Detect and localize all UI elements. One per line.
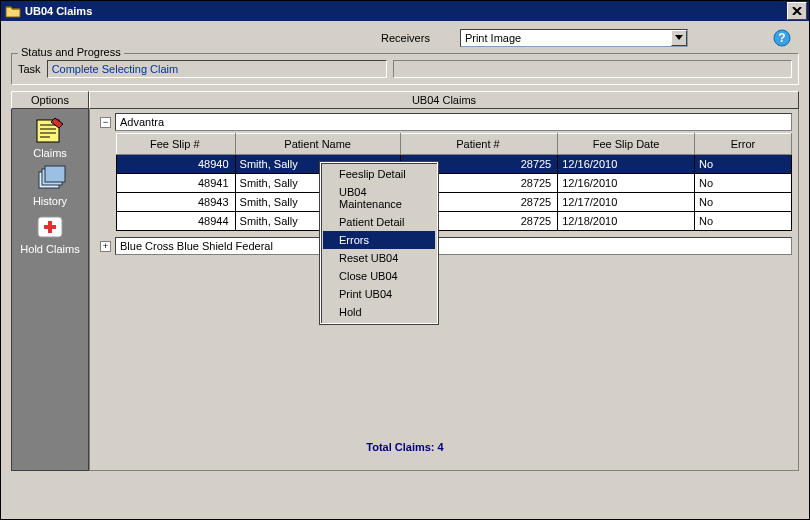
col-error[interactable]: Error — [694, 134, 791, 155]
options-item-claims[interactable]: Claims — [32, 115, 68, 159]
col-fee-date[interactable]: Fee Slip Date — [558, 134, 695, 155]
options-panel: Claims History Hold Claims — [11, 109, 89, 471]
col-patient-num[interactable]: Patient # — [400, 134, 557, 155]
menu-item-ub04-maintenance[interactable]: UB04 Maintenance — [323, 183, 435, 213]
claims-icon — [32, 115, 68, 147]
options-header: Options — [11, 91, 89, 109]
receivers-combo[interactable]: Print Image — [460, 29, 688, 47]
claims-grid-body: − Advantra Fee Slip # Patient Name Patie… — [89, 109, 799, 471]
table-row[interactable]: 48943 Smith, Sally 28725 12/17/2010 No — [117, 193, 792, 212]
menu-item-reset-ub04[interactable]: Reset UB04 — [323, 249, 435, 267]
tree-expander-advantra[interactable]: − — [100, 117, 111, 128]
menu-item-feeslip-detail[interactable]: Feeslip Detail — [323, 165, 435, 183]
task-secondary-field — [393, 60, 792, 78]
table-row[interactable]: 48944 Smith, Sally 28725 12/18/2010 No — [117, 212, 792, 231]
history-icon — [32, 163, 68, 195]
context-menu: Feeslip Detail UB04 Maintenance Patient … — [320, 162, 438, 324]
title-bar: UB04 Claims — [1, 1, 809, 21]
task-value-field: Complete Selecting Claim — [47, 60, 387, 78]
menu-item-patient-detail[interactable]: Patient Detail — [323, 213, 435, 231]
menu-item-errors[interactable]: Errors — [323, 231, 435, 249]
col-patient-name[interactable]: Patient Name — [235, 134, 400, 155]
options-item-label: Hold Claims — [20, 243, 79, 255]
status-progress-group: Status and Progress Task Complete Select… — [11, 53, 799, 85]
help-icon[interactable]: ? — [773, 29, 791, 47]
table-header-row: Fee Slip # Patient Name Patient # Fee Sl… — [117, 134, 792, 155]
menu-item-print-ub04[interactable]: Print UB04 — [323, 285, 435, 303]
hold-claims-icon — [32, 211, 68, 243]
chevron-down-icon[interactable] — [671, 30, 687, 46]
status-legend: Status and Progress — [18, 46, 124, 58]
receivers-value: Print Image — [465, 32, 521, 44]
tree-group-advantra[interactable]: Advantra — [115, 113, 792, 131]
table-row[interactable]: 48941 Smith, Sally 28725 12/16/2010 No — [117, 174, 792, 193]
claims-table: Fee Slip # Patient Name Patient # Fee Sl… — [116, 133, 792, 231]
menu-item-hold[interactable]: Hold — [323, 303, 435, 321]
table-row[interactable]: 48940 Smith, Sally 28725 12/16/2010 No — [117, 155, 792, 174]
options-item-label: History — [33, 195, 67, 207]
footer-total: Total Claims: 4 — [1, 441, 809, 453]
window-title: UB04 Claims — [25, 5, 787, 17]
menu-item-close-ub04[interactable]: Close UB04 — [323, 267, 435, 285]
folder-icon — [5, 4, 21, 18]
tree-group-bcbs[interactable]: Blue Cross Blue Shield Federal — [115, 237, 792, 255]
options-item-history[interactable]: History — [32, 163, 68, 207]
receivers-label: Receivers — [381, 32, 430, 44]
col-fee-slip[interactable]: Fee Slip # — [117, 134, 236, 155]
tree-expander-bcbs[interactable]: + — [100, 241, 111, 252]
task-label: Task — [18, 63, 41, 75]
svg-rect-5 — [45, 166, 65, 182]
claims-grid-header: UB04 Claims — [89, 91, 799, 109]
options-item-label: Claims — [33, 147, 67, 159]
close-button[interactable] — [787, 2, 807, 20]
svg-text:?: ? — [778, 31, 785, 45]
options-item-hold-claims[interactable]: Hold Claims — [20, 211, 79, 255]
